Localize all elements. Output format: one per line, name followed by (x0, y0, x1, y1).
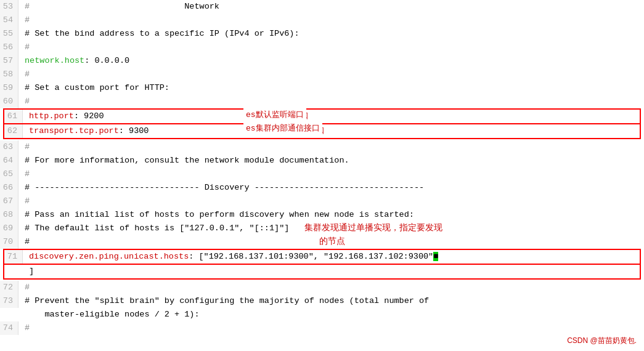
line-num-70: 70 (0, 235, 18, 249)
line-num-53: 53 (0, 0, 18, 14)
line-content-53: # Network (18, 0, 644, 14)
code-line-59: 59 # Set a custom port for HTTP: (0, 81, 644, 95)
line-num-60: 60 (0, 95, 18, 108)
annotation-line69: 集群发现通过单播实现，指定要发现 (304, 224, 442, 233)
line-num-66: 66 (0, 181, 18, 195)
line-content-71-cont: ] (23, 265, 640, 278)
line-num-63: 63 (0, 140, 18, 154)
annotation-line70: 的节点 (319, 237, 345, 246)
line-num-59: 59 (0, 81, 18, 95)
line-num-61: 61 (4, 110, 23, 123)
line-content-60: # (18, 95, 644, 108)
line-num-72: 72 (0, 281, 18, 294)
code-line-74: 74 # (0, 321, 644, 335)
annotation-61-abs: es默认监听端口 (243, 108, 306, 122)
line-num-74: 74 (0, 321, 18, 335)
code-container: 53 # Network 54 # 55 # Set the bind addr… (0, 0, 644, 351)
line-content-69: # The default list of hosts is ["127.0.0… (18, 222, 644, 235)
line-num-62: 62 (4, 124, 23, 138)
code-line-64: 64 # For more information, consult the n… (0, 154, 644, 167)
code-line-72: 72 # (0, 281, 644, 294)
code-line-60: 60 # (0, 95, 644, 108)
line-num-54: 54 (0, 14, 18, 27)
green-block: ■ (433, 252, 438, 261)
line-content-59: # Set a custom port for HTTP: (18, 81, 644, 95)
line-num-68: 68 (0, 208, 18, 222)
line-content-70: # 的节点 (18, 235, 644, 249)
line-content-66: # --------------------------------- Disc… (18, 181, 644, 195)
line-content-71: discovery.zen.ping.unicast.hosts: ["192.… (23, 250, 640, 264)
line-content-74: # (18, 321, 644, 335)
line-content-55: # Set the bind address to a specific IP … (18, 27, 644, 41)
line-num-69: 69 (0, 222, 18, 235)
line-num-58: 58 (0, 68, 18, 81)
line-content-57: network.host: 0.0.0.0 (18, 54, 644, 68)
line-content-73: # Prevent the "split brain" by configuri… (18, 294, 644, 308)
code-line-57: 57 network.host: 0.0.0.0 (0, 54, 644, 68)
line-content-63: # (18, 140, 644, 154)
code-line-71: 71 discovery.zen.ping.unicast.hosts: ["1… (3, 249, 641, 264)
line-content-68: # Pass an initial list of hosts to perfo… (18, 208, 644, 222)
code-line-73-cont: master-eligible nodes / 2 + 1): (0, 308, 644, 321)
code-line-63: 63 # (0, 140, 644, 154)
line-num-57: 57 (0, 54, 18, 68)
line-content-65: # (18, 167, 644, 181)
code-line-67: 67 # (0, 195, 644, 208)
line-content-62: transport.tcp.port: 9300 (23, 124, 640, 138)
code-line-73: 73 # Prevent the "split brain" by config… (0, 294, 644, 308)
line-content-73-cont: master-eligible nodes / 2 + 1): (18, 308, 644, 321)
line-content-61: http.port: 9200 (23, 110, 640, 123)
code-line-71-cont: ] (3, 264, 641, 280)
code-line-58: 58 # (0, 68, 644, 81)
code-line-53: 53 # Network (0, 0, 644, 14)
line-num-64: 64 (0, 154, 18, 167)
annotation-62-abs: es集群内部通信接口 (243, 122, 322, 135)
line-num-65: 65 (0, 167, 18, 181)
line-num-73: 73 (0, 294, 18, 308)
code-line-66: 66 # --------------------------------- D… (0, 181, 644, 195)
code-line-70: 70 # 的节点 (0, 235, 644, 249)
code-line-69: 69 # The default list of hosts is ["127.… (0, 222, 644, 235)
line-num-55: 55 (0, 27, 18, 41)
code-line-55: 55 # Set the bind address to a specific … (0, 27, 644, 41)
line-content-64: # For more information, consult the netw… (18, 154, 644, 167)
code-line-68: 68 # Pass an initial list of hosts to pe… (0, 208, 644, 222)
code-line-56: 56 # (0, 41, 644, 54)
code-line-54: 54 # (0, 14, 644, 27)
line-content-72: # (18, 281, 644, 294)
line-content-54: # (18, 14, 644, 27)
line-num-56: 56 (0, 41, 18, 54)
csdn-watermark: CSDN @苗苗奶黄包. (567, 336, 637, 346)
line-content-56: # (18, 41, 644, 54)
line-content-58: # (18, 68, 644, 81)
line-num-71: 71 (4, 250, 23, 264)
code-line-65: 65 # (0, 167, 644, 181)
line-num-67: 67 (0, 195, 18, 208)
line-content-67: # (18, 195, 644, 208)
hash: # (25, 2, 30, 11)
